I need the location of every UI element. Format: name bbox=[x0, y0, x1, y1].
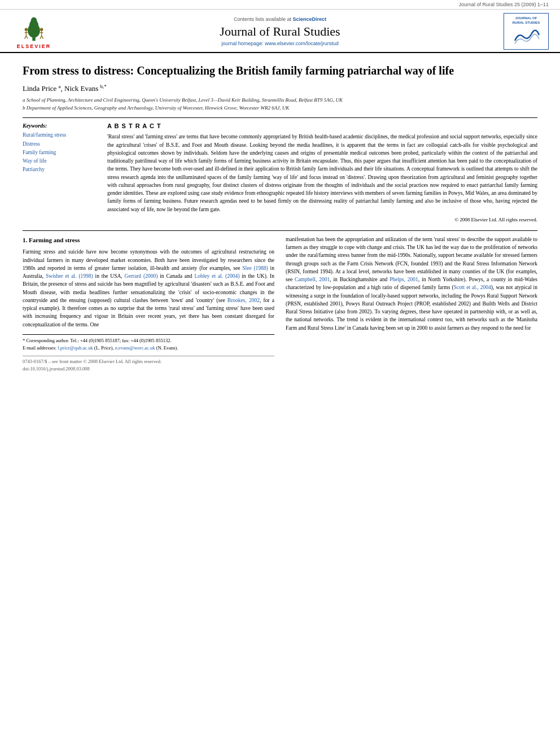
footnote-email: E-mail addresses: l.price@qub.ac.uk (L. … bbox=[23, 344, 274, 352]
keyword-2: Distress bbox=[23, 140, 96, 148]
body-section: 1. Farming and stress Farming stress and… bbox=[23, 235, 537, 373]
svg-line-13 bbox=[42, 36, 43, 38]
journal-logo-title: JOURNAL OFRURAL STUDIES bbox=[513, 16, 540, 24]
svg-point-9 bbox=[40, 28, 43, 30]
divider-1 bbox=[23, 117, 537, 118]
journal-header: ELSEVIER Contents lists available at Sci… bbox=[0, 10, 560, 53]
article-title: From stress to distress: Conceptualizing… bbox=[23, 63, 537, 78]
svg-line-12 bbox=[40, 36, 42, 38]
journal-logo-right: JOURNAL OFRURAL STUDIES bbox=[504, 13, 549, 50]
keyword-4: Way of life bbox=[23, 157, 96, 165]
ref-gerrard[interactable]: Gerrard (2000) bbox=[125, 273, 158, 279]
body-col-right: manifestation has been the appropriation… bbox=[286, 235, 537, 373]
authors: Linda Price a, Nick Evans b,* bbox=[23, 84, 537, 93]
author-nick: Nick Evans b,* bbox=[64, 84, 107, 93]
footnote-section: * Corresponding author. Tel.: +44 (0)190… bbox=[23, 334, 274, 352]
svg-line-7 bbox=[25, 36, 27, 38]
footer-text-2: doi:10.1016/j.jrurstud.2008.03.008 bbox=[23, 365, 274, 373]
journal-info-bar: Journal of Rural Studies 25 (2009) 1–11 bbox=[0, 0, 560, 10]
abstract-text: 'Rural stress' and 'farming stress' are … bbox=[107, 133, 537, 213]
keyword-5: Patriarchy bbox=[23, 165, 96, 174]
abstract-title: A B S T R A C T bbox=[107, 123, 537, 129]
svg-point-3 bbox=[31, 17, 37, 25]
elsevier-logo: ELSEVIER bbox=[11, 14, 56, 49]
keywords-title: Keywords: bbox=[23, 123, 96, 129]
elsevier-text: ELSEVIER bbox=[17, 43, 51, 49]
keyword-1: Rural/farming stress bbox=[23, 131, 96, 139]
copyright-line: © 2008 Elsevier Ltd. All rights reserved… bbox=[107, 217, 537, 222]
journal-info-text: Journal of Rural Studies 25 (2009) 1–11 bbox=[458, 2, 549, 7]
sciencedirect-line: Contents lists available at ScienceDirec… bbox=[56, 16, 504, 22]
ref-swisher[interactable]: Swisher et al. (1998) bbox=[46, 273, 93, 279]
ref-campbell[interactable]: Campbell, 2001 bbox=[295, 277, 330, 282]
ref-brookes[interactable]: Brookes, 2002 bbox=[228, 298, 260, 303]
sciencedirect-link[interactable]: ScienceDirect bbox=[293, 16, 327, 22]
affiliation-b: b Department of Applied Sciences, Geogra… bbox=[23, 104, 537, 112]
affiliation-a: a School of Planning, Architecture and C… bbox=[23, 97, 537, 104]
divider-2 bbox=[23, 230, 537, 231]
keyword-3: Family farming bbox=[23, 148, 96, 157]
journal-homepage: journal homepage: www.elsevier.com/locat… bbox=[56, 41, 504, 46]
page: Journal of Rural Studies 25 (2009) 1–11 bbox=[0, 0, 560, 747]
journal-title-header: Journal of Rural Studies bbox=[56, 24, 504, 39]
ref-lobley[interactable]: Lobley et al. (2004) bbox=[194, 273, 239, 279]
author-linda: Linda Price a bbox=[23, 84, 61, 93]
affiliations: a School of Planning, Architecture and C… bbox=[23, 97, 537, 112]
header-center: Contents lists available at ScienceDirec… bbox=[56, 16, 504, 46]
elsevier-tree-icon bbox=[17, 14, 51, 42]
content-area: From stress to distress: Conceptualizing… bbox=[0, 53, 560, 378]
svg-line-8 bbox=[26, 36, 28, 38]
footer-text-1: 0743-0167/$ – see front matter © 2008 El… bbox=[23, 358, 274, 365]
body-col-right-para1: manifestation has been the appropriation… bbox=[286, 235, 537, 332]
footer-bar: 0743-0167/$ – see front matter © 2008 El… bbox=[23, 356, 274, 373]
abstract-col: A B S T R A C T 'Rural stress' and 'farm… bbox=[107, 123, 537, 222]
svg-point-4 bbox=[25, 28, 28, 30]
abstract-section: Keywords: Rural/farming stress Distress … bbox=[23, 123, 537, 222]
body-col-left: 1. Farming and stress Farming stress and… bbox=[23, 235, 274, 373]
journal-logo-wave-icon bbox=[512, 27, 540, 46]
section-1-heading: 1. Farming and stress bbox=[23, 235, 274, 245]
email-evans[interactable]: n.evans@worc.ac.uk bbox=[115, 345, 155, 351]
email-price[interactable]: l.price@qub.ac.uk bbox=[58, 345, 93, 351]
body-col-left-para1: Farming stress and suicide have now beco… bbox=[23, 248, 274, 329]
ref-scott[interactable]: Scott et al., 2004 bbox=[454, 285, 491, 290]
ref-slee[interactable]: Slee (1988) bbox=[242, 265, 268, 271]
keywords-col: Keywords: Rural/farming stress Distress … bbox=[23, 123, 96, 222]
footnote-corresponding: * Corresponding author. Tel.: +44 (0)190… bbox=[23, 337, 274, 344]
ref-phelps[interactable]: Phelps, 2001 bbox=[390, 277, 418, 282]
